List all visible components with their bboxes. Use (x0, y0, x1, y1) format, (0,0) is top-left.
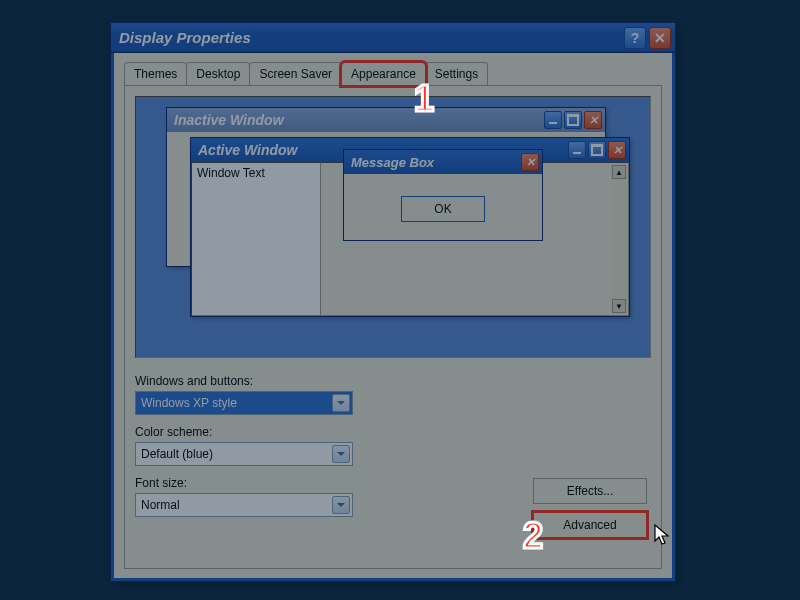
minimize-icon (568, 141, 586, 159)
scroll-up-icon: ▲ (612, 165, 626, 179)
minimize-icon (544, 111, 562, 129)
color-scheme-combobox[interactable]: Default (blue) (135, 442, 353, 466)
chevron-down-icon (332, 445, 350, 463)
preview-inactive-title: Inactive Window (174, 112, 284, 128)
close-icon (608, 141, 626, 159)
title-bar-buttons: ? ✕ (624, 27, 671, 49)
display-properties-window: Display Properties ? ✕ Themes Desktop Sc… (110, 22, 676, 582)
preview-active-window: Active Window Window Text ▲ ▼ (190, 137, 630, 317)
tab-settings[interactable]: Settings (425, 62, 488, 85)
scroll-down-icon: ▼ (612, 299, 626, 313)
close-icon (521, 153, 539, 171)
preview-content-pane: ▲ ▼ Message Box (321, 162, 629, 316)
appearance-preview: Inactive Window Active Window (135, 96, 651, 358)
scrollbar: ▲ ▼ (611, 164, 627, 314)
preview-inactive-controls (544, 111, 602, 129)
windows-buttons-row: Windows and buttons: Windows XP style (135, 374, 651, 415)
tab-screen-saver[interactable]: Screen Saver (249, 62, 342, 85)
chevron-down-icon (332, 394, 350, 412)
tab-desktop[interactable]: Desktop (186, 62, 250, 85)
preview-msgbox-controls (521, 153, 539, 171)
preview-window-text: Window Text (191, 162, 321, 316)
chevron-down-icon (332, 496, 350, 514)
windows-buttons-value: Windows XP style (141, 396, 237, 410)
tab-panel: Inactive Window Active Window (124, 85, 662, 569)
close-icon (584, 111, 602, 129)
effects-button[interactable]: Effects... (533, 478, 647, 504)
preview-active-body: Window Text ▲ ▼ Message Box (191, 162, 629, 316)
advanced-button[interactable]: Advanced (533, 512, 647, 538)
preview-msgbox-title: Message Box (351, 155, 434, 170)
preview-active-title: Active Window (198, 142, 297, 158)
font-size-value: Normal (141, 498, 180, 512)
close-button[interactable]: ✕ (649, 27, 671, 49)
preview-message-box: Message Box OK (343, 149, 543, 241)
maximize-icon (588, 141, 606, 159)
color-scheme-row: Color scheme: Default (blue) (135, 425, 651, 466)
font-size-combobox[interactable]: Normal (135, 493, 353, 517)
tab-themes[interactable]: Themes (124, 62, 187, 85)
color-scheme-label: Color scheme: (135, 425, 651, 439)
windows-buttons-label: Windows and buttons: (135, 374, 651, 388)
preview-msgbox-body: OK (344, 174, 542, 240)
maximize-icon (564, 111, 582, 129)
tab-appearance[interactable]: Appearance (341, 62, 426, 86)
preview-msgbox-title-bar: Message Box (344, 150, 542, 174)
preview-inactive-title-bar: Inactive Window (167, 108, 605, 132)
close-icon: ✕ (654, 30, 666, 46)
preview-ok-button: OK (401, 196, 485, 222)
windows-buttons-combobox[interactable]: Windows XP style (135, 391, 353, 415)
title-bar[interactable]: Display Properties ? ✕ (111, 23, 675, 53)
preview-active-controls (568, 141, 626, 159)
help-button[interactable]: ? (624, 27, 646, 49)
tab-strip: Themes Desktop Screen Saver Appearance S… (124, 61, 662, 85)
window-title: Display Properties (119, 29, 251, 46)
client-area: Themes Desktop Screen Saver Appearance S… (111, 53, 675, 581)
color-scheme-value: Default (blue) (141, 447, 213, 461)
right-button-column: Effects... Advanced (533, 478, 647, 538)
